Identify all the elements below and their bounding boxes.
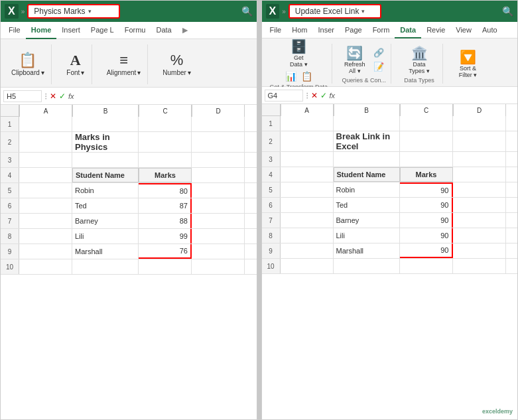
right-cell-d1[interactable] xyxy=(453,116,506,131)
right-col-c[interactable]: C xyxy=(400,104,453,116)
left-cell-d2[interactable] xyxy=(192,132,245,152)
right-cell-a3[interactable] xyxy=(281,152,334,167)
left-cell-a5[interactable] xyxy=(19,183,72,198)
right-cell-c3[interactable] xyxy=(400,152,453,167)
left-tab-insert[interactable]: Insert xyxy=(56,22,86,38)
right-formula-input[interactable] xyxy=(338,92,515,100)
left-cell-d4[interactable] xyxy=(192,168,245,182)
right-cell-d4[interactable] xyxy=(453,167,506,182)
right-cell-ref[interactable] xyxy=(265,90,303,102)
left-number-btn[interactable]: % Number ▾ xyxy=(160,52,194,78)
left-cell-a8[interactable] xyxy=(19,229,72,244)
right-title-box[interactable]: Update Excel Link ▾ xyxy=(289,4,381,19)
left-formula-check[interactable]: ✓ xyxy=(59,92,66,101)
right-cell-d3[interactable] xyxy=(453,152,506,167)
left-cell-b4[interactable]: Student Name xyxy=(72,168,139,182)
left-cell-c9[interactable]: 76 xyxy=(139,244,192,259)
left-tab-home[interactable]: Home xyxy=(26,22,57,38)
left-cell-c5[interactable]: 80 xyxy=(139,183,192,198)
left-col-a[interactable]: A xyxy=(19,105,72,117)
right-cell-a8[interactable] xyxy=(281,228,334,243)
left-cell-d6[interactable] xyxy=(192,198,245,213)
left-cell-c6[interactable]: 87 xyxy=(139,198,192,213)
right-cell-c5[interactable]: 90 xyxy=(400,182,453,197)
right-cell-d5[interactable] xyxy=(453,182,506,197)
queries-btn1[interactable]: 🔗 xyxy=(371,46,387,59)
get-data-btn[interactable]: 🗄️ Get Data ▾ xyxy=(282,37,315,69)
left-font-btn[interactable]: A Font ▾ xyxy=(64,52,88,78)
left-cell-b2[interactable]: Marks in Physics xyxy=(72,132,139,152)
left-cell-c1[interactable] xyxy=(139,117,192,131)
left-formula-fx[interactable]: fx xyxy=(68,92,74,100)
right-cell-a1[interactable] xyxy=(281,116,334,131)
right-cell-a4[interactable] xyxy=(281,167,334,182)
left-cell-b8[interactable]: Lili xyxy=(72,229,139,244)
datatypes-btn[interactable]: 🏛️ Data Types ▾ xyxy=(406,44,432,76)
left-cell-b6[interactable]: Ted xyxy=(72,198,139,213)
right-tab-form[interactable]: Form xyxy=(367,22,395,38)
left-cell-ref[interactable] xyxy=(3,90,42,102)
left-alignment-btn[interactable]: ≡ Alignment ▾ xyxy=(104,52,143,78)
left-formula-input[interactable] xyxy=(77,92,254,100)
right-search-icon[interactable]: 🔍 xyxy=(502,6,513,17)
right-tab-home[interactable]: Hom xyxy=(287,22,312,38)
left-cell-a3[interactable] xyxy=(19,153,72,167)
left-tab-file[interactable]: File xyxy=(3,22,26,38)
right-cell-b7[interactable]: Barney xyxy=(334,213,400,228)
right-cell-a9[interactable] xyxy=(281,244,334,258)
right-cell-d10[interactable] xyxy=(453,259,506,273)
right-cell-a2[interactable] xyxy=(281,131,334,151)
right-tab-data[interactable]: Data xyxy=(395,22,421,38)
left-cell-b10[interactable] xyxy=(72,259,139,274)
right-cell-c2[interactable] xyxy=(400,131,453,151)
right-formula-x[interactable]: ✕ xyxy=(311,91,318,100)
left-cell-c2[interactable] xyxy=(139,132,192,152)
left-cell-d9[interactable] xyxy=(192,244,245,259)
right-cell-d2[interactable] xyxy=(453,131,506,151)
get-data-icon2[interactable]: 📋 xyxy=(299,70,314,82)
left-cell-d10[interactable] xyxy=(192,259,245,274)
queries-btn2[interactable]: 📝 xyxy=(371,60,387,73)
left-cell-b5[interactable]: Robin xyxy=(72,183,139,198)
right-formula-fx[interactable]: fx xyxy=(330,92,336,100)
right-cell-d9[interactable] xyxy=(453,244,506,258)
left-cell-d8[interactable] xyxy=(192,229,245,244)
right-cell-b2[interactable]: Break Link in Excel xyxy=(334,131,400,151)
right-cell-b5[interactable]: Robin xyxy=(334,182,400,197)
left-cell-c8[interactable]: 99 xyxy=(139,229,192,244)
right-cell-a7[interactable] xyxy=(281,213,334,228)
left-search-icon[interactable]: 🔍 xyxy=(241,6,253,17)
right-tab-file[interactable]: File xyxy=(265,22,287,38)
right-cell-b3[interactable] xyxy=(334,152,400,167)
left-formula-x[interactable]: ✕ xyxy=(50,92,56,101)
left-col-d[interactable]: D xyxy=(192,105,245,117)
right-tab-view[interactable]: View xyxy=(450,22,477,38)
left-tab-formulas[interactable]: Formu xyxy=(119,22,151,38)
left-cell-a2[interactable] xyxy=(19,132,72,152)
left-cell-c10[interactable] xyxy=(139,259,192,274)
right-cell-c1[interactable] xyxy=(400,116,453,131)
left-col-c[interactable]: C xyxy=(139,105,192,117)
right-cell-d6[interactable] xyxy=(453,198,506,212)
left-cell-c4[interactable]: Marks xyxy=(139,168,192,182)
right-tab-auto[interactable]: Auto xyxy=(477,22,503,38)
right-cell-c8[interactable]: 90 xyxy=(400,228,453,243)
left-cell-a1[interactable] xyxy=(19,117,72,131)
left-cell-d1[interactable] xyxy=(192,117,245,131)
left-tab-more[interactable]: ▶ xyxy=(177,22,193,38)
right-cell-c4[interactable]: Marks xyxy=(400,167,453,182)
right-cell-b6[interactable]: Ted xyxy=(334,198,400,212)
left-cell-a10[interactable] xyxy=(19,259,72,274)
right-cell-b9[interactable]: Marshall xyxy=(334,244,400,258)
left-cell-a9[interactable] xyxy=(19,244,72,259)
left-cell-a7[interactable] xyxy=(19,214,72,228)
left-cell-a4[interactable] xyxy=(19,168,72,182)
right-cell-c7[interactable]: 90 xyxy=(400,213,453,228)
right-cell-a5[interactable] xyxy=(281,182,334,197)
right-cell-c10[interactable] xyxy=(400,259,453,273)
right-cell-d8[interactable] xyxy=(453,228,506,243)
right-cell-b1[interactable] xyxy=(334,116,400,131)
left-cell-c3[interactable] xyxy=(139,153,192,167)
left-title-box[interactable]: Physics Marks ▾ xyxy=(27,4,120,19)
left-cell-d5[interactable] xyxy=(192,183,245,198)
